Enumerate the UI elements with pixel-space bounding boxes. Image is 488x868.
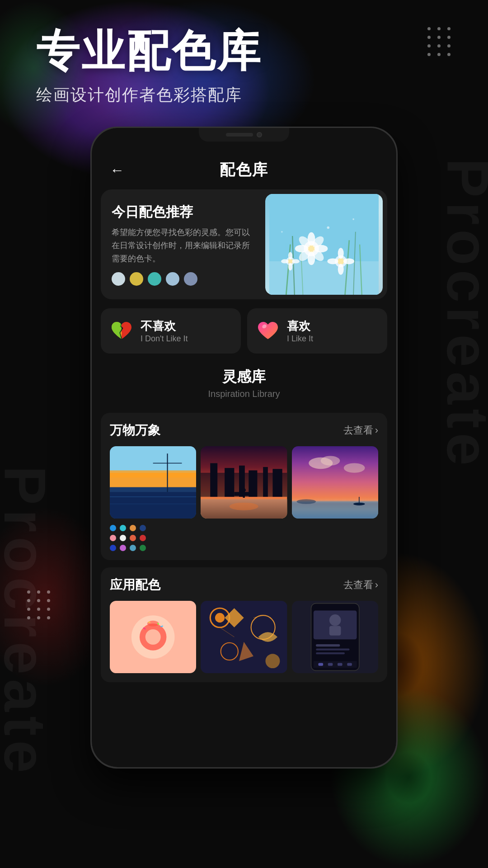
gallery-dots-3 (110, 545, 378, 551)
svg-point-23 (343, 258, 354, 264)
svg-point-22 (327, 258, 338, 264)
svg-point-79 (215, 613, 225, 623)
main-title: 专业配色库 (36, 27, 398, 75)
app-thumbs-grid (110, 601, 378, 673)
header-section: 专业配色库 绘画设计创作者色彩搭配库 (36, 27, 398, 106)
notch-speaker (226, 133, 253, 137)
app-colors-section: 应用配色 去查看 › (101, 567, 387, 682)
gallery-grid (110, 446, 378, 519)
gallery-more-button[interactable]: 去查看 › (343, 424, 378, 437)
dislike-label-cn: 不喜欢 (141, 318, 188, 334)
scroll-content[interactable]: 今日配色推荐 希望能方便您寻找色彩的灵感。您可以在日常设计创作时，用来编辑和记录… (92, 189, 396, 767)
gallery-header: 万物万象 去查看 › (110, 422, 378, 439)
gallery-section-nature: 万物万象 去查看 › (101, 413, 387, 560)
svg-rect-90 (316, 644, 340, 646)
dot-purple (120, 545, 126, 551)
svg-rect-96 (338, 663, 343, 666)
phone-silent-button (90, 209, 92, 232)
svg-point-32 (281, 231, 283, 233)
svg-rect-40 (110, 471, 196, 478)
dot-blue (110, 525, 116, 531)
like-label-en: I Like It (287, 334, 313, 344)
svg-point-55 (242, 488, 246, 492)
dot-dark-blue (140, 525, 146, 531)
color-dot-5 (184, 272, 197, 286)
dot-red-orange (130, 535, 136, 541)
rec-desc: 希望能方便您寻找色彩的灵感。您可以在日常设计创作时，用来编辑和记录所需要的色卡。 (112, 226, 254, 265)
gallery-title: 万物万象 (110, 422, 160, 439)
flower-svg (265, 194, 383, 295)
rec-image-container (265, 194, 383, 295)
app-thumb-2[interactable] (201, 601, 287, 673)
phone-vol-up-button (90, 241, 92, 277)
svg-point-71 (145, 629, 161, 645)
dot-pink (110, 535, 116, 541)
watermark-right: Procreate (438, 158, 488, 470)
notch-camera (257, 132, 262, 137)
like-button[interactable]: 喜欢 I Like It (247, 308, 387, 354)
svg-rect-91 (316, 649, 349, 651)
app-header: ← 配色库 (92, 151, 396, 189)
svg-point-20 (338, 248, 344, 259)
chevron-right-icon: › (375, 425, 378, 436)
dot-green (140, 545, 146, 551)
sub-title: 绘画设计创作者色彩搭配库 (36, 84, 398, 106)
heart-svg (256, 319, 280, 343)
rec-colors (112, 272, 254, 286)
app-pink-svg (110, 601, 196, 673)
svg-point-28 (281, 259, 289, 263)
svg-point-61 (320, 456, 340, 466)
svg-rect-52 (263, 467, 268, 497)
svg-point-27 (288, 263, 292, 271)
landscape-blue-svg (110, 446, 196, 519)
dislike-button[interactable]: 不喜欢 I Don't Like It (101, 308, 241, 354)
broken-heart-svg (110, 319, 133, 343)
app-thumb-3[interactable] (292, 601, 378, 673)
dislike-label-en: I Don't Like It (141, 334, 188, 344)
gallery-item-3[interactable] (292, 446, 378, 519)
gallery-more-label: 去查看 (343, 424, 373, 437)
app-thumb-1[interactable] (110, 601, 196, 673)
back-button[interactable]: ← (110, 162, 124, 179)
svg-rect-97 (347, 663, 352, 666)
svg-point-19 (338, 258, 344, 264)
dot-orange (130, 525, 136, 531)
svg-point-62 (343, 463, 365, 473)
color-dot-2 (130, 272, 143, 286)
svg-rect-89 (329, 626, 341, 636)
svg-point-31 (352, 218, 354, 220)
svg-rect-92 (316, 652, 345, 654)
svg-point-21 (338, 264, 344, 275)
phone-vol-down-button (90, 286, 92, 322)
dot-pattern-top-right (427, 27, 452, 56)
gallery-item-1[interactable] (110, 446, 196, 519)
svg-rect-1 (269, 261, 379, 295)
svg-point-58 (230, 503, 258, 510)
svg-point-26 (288, 252, 292, 259)
gallery-dots-2 (110, 535, 378, 541)
phone-notch (199, 128, 289, 142)
rec-image (265, 194, 383, 295)
like-label-cn: 喜欢 (287, 318, 313, 334)
gallery-item-2[interactable] (201, 446, 287, 519)
landscape-purple-svg (292, 446, 378, 519)
svg-point-72 (147, 621, 159, 627)
like-text: 喜欢 I Like It (287, 318, 313, 344)
svg-point-30 (327, 226, 330, 229)
dislike-text: 不喜欢 I Don't Like It (141, 318, 188, 344)
recommendation-card: 今日配色推荐 希望能方便您寻找色彩的灵感。您可以在日常设计创作时，用来编辑和记录… (101, 189, 387, 299)
color-dot-1 (112, 272, 125, 286)
app-pattern-svg (201, 601, 287, 673)
rec-title: 今日配色推荐 (112, 203, 254, 221)
app-colors-chevron-icon: › (375, 579, 378, 591)
svg-rect-56 (243, 492, 245, 498)
app-colors-header: 应用配色 去查看 › (110, 576, 378, 594)
svg-rect-63 (292, 502, 378, 519)
app-colors-title: 应用配色 (110, 576, 160, 594)
phone-screen: ← 配色库 今日配色推荐 希望能方便您寻找色彩的灵感。您可以在日常设计创作时，用… (92, 128, 396, 767)
dot-white (120, 535, 126, 541)
phone-power-button (396, 227, 398, 264)
app-colors-more-button[interactable]: 去查看 › (343, 578, 378, 592)
app-colors-more-label: 去查看 (343, 578, 373, 592)
color-dot-3 (148, 272, 161, 286)
